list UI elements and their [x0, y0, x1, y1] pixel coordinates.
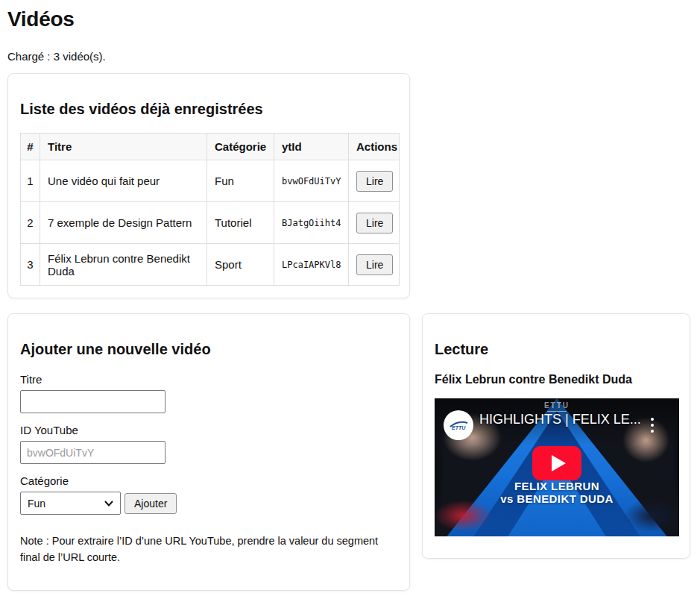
titre-label: Titre	[20, 373, 397, 386]
table-header-row: # Titre Catégorie ytId Actions	[21, 134, 400, 160]
col-header-categorie: Catégorie	[207, 134, 274, 160]
thumb-caption-line2: vs BENEDIKT DUDA	[435, 492, 679, 505]
form-note: Note : Pour extraire l’ID d’une URL YouT…	[20, 533, 393, 566]
lire-button[interactable]: Lire	[356, 213, 393, 233]
video-list-title: Liste des vidéos déjà enregistrées	[20, 101, 397, 118]
row-categorie: Tutoriel	[207, 202, 274, 244]
col-header-actions: Actions	[349, 134, 400, 160]
row-number: 1	[21, 160, 40, 202]
lire-button[interactable]: Lire	[356, 171, 393, 192]
table-row: 2 7 exemple de Design Pattern Tutoriel B…	[21, 202, 400, 244]
row-categorie: Fun	[207, 160, 274, 202]
lire-button[interactable]: Lire	[356, 254, 393, 275]
row-number: 2	[21, 202, 40, 244]
row-titre: Félix Lebrun contre Benedikt Duda	[40, 244, 207, 286]
player-card: Lecture Félix Lebrun contre Benedikt Dud…	[422, 313, 690, 559]
titre-field-group: Titre	[20, 373, 397, 413]
video-table-body: 1 Une vidéo qui fait peur Fun bvwOFdUiTv…	[21, 160, 400, 286]
svg-text:ETTU: ETTU	[452, 425, 466, 430]
ytid-label: ID YouTube	[20, 424, 397, 436]
titre-input[interactable]	[20, 390, 165, 413]
col-header-num: #	[21, 134, 40, 160]
ettu-watermark: ETTU	[544, 401, 570, 413]
ytid-field-group: ID YouTube	[20, 424, 397, 464]
col-header-titre: Titre	[40, 134, 207, 160]
channel-logo-icon: ETTU	[447, 413, 470, 437]
thumb-caption-line1: FELIX LEBRUN	[435, 480, 679, 492]
video-list-card: Liste des vidéos déjà enregistrées # Tit…	[7, 73, 410, 298]
row-categorie: Sport	[207, 244, 274, 286]
row-titre: Une vidéo qui fait peur	[40, 160, 207, 202]
player-title: Lecture	[435, 341, 678, 358]
more-options-icon[interactable]	[651, 418, 654, 436]
categorie-label: Catégorie	[20, 474, 397, 487]
page-title: Vidéos	[7, 7, 700, 31]
ytid-input[interactable]	[20, 441, 165, 464]
channel-avatar[interactable]: ETTU	[444, 410, 473, 440]
youtube-player[interactable]: ETTU ETTU HIGHLIGHTS | FELIX LE... FELIX…	[435, 398, 679, 536]
row-ytid: LPcaIAPKVl8	[274, 244, 349, 286]
col-header-ytid: ytId	[274, 134, 349, 160]
row-number: 3	[21, 244, 40, 286]
table-row: 1 Une vidéo qui fait peur Fun bvwOFdUiTv…	[21, 160, 400, 202]
categorie-selected-value: Fun	[28, 498, 45, 510]
ajouter-button[interactable]: Ajouter	[124, 493, 177, 514]
table-row: 3 Félix Lebrun contre Benedikt Duda Spor…	[21, 244, 400, 286]
row-ytid: BJatgOiiht4	[274, 202, 349, 244]
add-video-card: Ajouter une nouvelle vidéo Titre ID YouT…	[7, 313, 410, 591]
row-titre: 7 exemple de Design Pattern	[40, 202, 207, 244]
load-status: Chargé : 3 vidéo(s).	[7, 50, 700, 63]
play-icon	[552, 455, 566, 471]
video-table: # Titre Catégorie ytId Actions 1 Une vid…	[20, 133, 400, 286]
chevron-down-icon	[104, 501, 113, 507]
categorie-field-group: Catégorie Fun Ajouter	[20, 474, 397, 515]
video-overlay-title[interactable]: HIGHLIGHTS | FELIX LE...	[479, 412, 631, 427]
play-button[interactable]	[532, 446, 581, 480]
playing-video-title: Félix Lebrun contre Benedikt Duda	[435, 373, 678, 386]
add-video-title: Ajouter une nouvelle vidéo	[20, 341, 397, 358]
categorie-select[interactable]: Fun	[20, 492, 121, 515]
row-ytid: bvwOFdUiTvY	[274, 160, 349, 202]
